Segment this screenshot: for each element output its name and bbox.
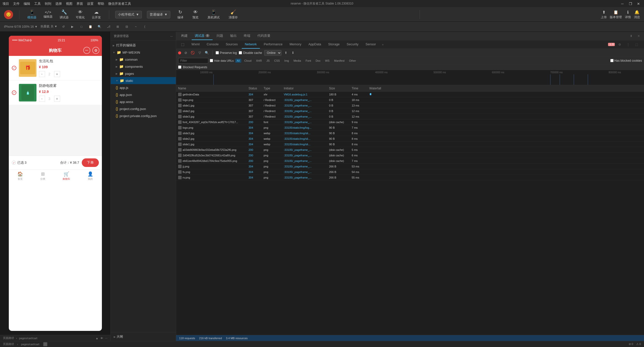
filter-other[interactable]: Other — [348, 59, 358, 63]
preview-button[interactable]: 👁 预览 — [190, 9, 200, 21]
devtools-expand-icon[interactable]: ⬍ — [628, 33, 634, 39]
editor-button[interactable]: </> 编辑器 — [42, 9, 55, 20]
tab-appdata[interactable]: AppData — [305, 40, 324, 49]
qty-minus-1[interactable]: - — [39, 71, 45, 77]
net-row-2[interactable]: slide1.jpg 307 / Redirect :33105/_pagefr… — [176, 103, 644, 108]
simulator-button[interactable]: 📱 模拟器 — [25, 8, 38, 21]
col-status[interactable]: Status — [249, 87, 264, 90]
devtools-close-icon[interactable]: ✕ — [635, 33, 642, 39]
hide-data-urls-label[interactable]: Hide data URLs — [210, 59, 234, 62]
menu-settings[interactable]: 设置 — [87, 2, 94, 6]
open-editor-section[interactable]: ▶ 打开的编辑器 — [111, 42, 176, 49]
throttle-select[interactable]: Online — [264, 50, 281, 56]
tab-sensor[interactable]: Sensor — [363, 40, 379, 49]
collapse-icon[interactable]: ⟨ — [142, 24, 148, 30]
path-copy-icon[interactable]: □ — [43, 342, 47, 346]
disable-cache-checkbox[interactable] — [239, 51, 242, 54]
nav-more-icon[interactable]: ··· — [83, 47, 90, 54]
net-row-14[interactable]: fs.png 304 png :33105/_pageframe_... 266… — [176, 169, 644, 175]
blocked-cookies-label[interactable]: Has blocked cookies — [610, 59, 642, 62]
mp-weixin-root[interactable]: ▼ 📁 MP-WEIXIN — [111, 49, 176, 56]
filter-js[interactable]: JS — [265, 59, 271, 63]
net-row-10[interactable]: a03dd909803b9ac032eba58b7253a2f6.png 200… — [176, 147, 644, 153]
tab-category[interactable]: ⊞ 分类 — [40, 171, 45, 181]
qty-minus-2[interactable]: - — [39, 96, 45, 102]
col-type[interactable]: Type — [264, 87, 284, 90]
hide-data-urls-checkbox[interactable] — [210, 59, 213, 62]
copy-icon[interactable]: 📋 — [88, 24, 94, 30]
route-eye-icon[interactable]: 👁 — [100, 337, 103, 340]
menu-project[interactable]: 项目 — [3, 2, 9, 6]
tab-memory[interactable]: Memory — [287, 40, 304, 49]
branch-icon[interactable]: ⎇ — [106, 24, 112, 30]
blocked-requests-checkbox[interactable] — [178, 65, 181, 69]
tab-home[interactable]: 🏠 首页 — [17, 171, 23, 181]
qty-plus-1[interactable]: + — [54, 71, 60, 77]
debugger-button[interactable]: 🔧 调试器 — [58, 8, 71, 21]
menu-edit[interactable]: 编辑 — [24, 2, 30, 6]
net-row-15[interactable]: rv.png 304 png :33105/_pageframe_... 266… — [176, 175, 644, 180]
record-button[interactable] — [178, 51, 181, 54]
tab-wxml[interactable]: Wxml — [188, 40, 203, 49]
stop-icon[interactable]: □ — [78, 24, 85, 30]
net-row-12[interactable]: eb61ee48e8942dbd1784c9ee75ebe955.png 200… — [176, 158, 644, 164]
file-projectprivate[interactable]: {} project.private.config.json — [111, 112, 176, 119]
cloud-button[interactable]: ☁ 云开发 — [90, 8, 103, 21]
menu-view[interactable]: 视图 — [66, 2, 72, 6]
stop-record-icon[interactable]: ⊘ — [183, 50, 188, 55]
net-row-1[interactable]: logo.png 307 / Redirect :33105/_pagefram… — [176, 97, 644, 103]
upload-button[interactable]: ⬆ 上传 — [601, 10, 607, 19]
device-debug-button[interactable]: 📱 真机调试 — [206, 8, 222, 21]
maximize-button[interactable]: ❐ — [627, 1, 633, 7]
net-row-8[interactable]: slide2.jpg 304 webp :33105/static/img/sl… — [176, 136, 644, 142]
menu-interface[interactable]: 界面 — [76, 2, 83, 6]
col-size[interactable]: Size — [329, 87, 352, 90]
folder-static[interactable]: ▼ 📁 static — [111, 77, 176, 84]
filter-all[interactable]: All — [235, 59, 241, 63]
net-row-5[interactable]: font_4343287_eqt3o70h0zk.woff2?t=17017..… — [176, 119, 644, 125]
col-name[interactable]: Name — [178, 87, 249, 90]
upload-speed-icon[interactable]: ⬆ — [284, 50, 289, 55]
net-row-7[interactable]: slide3.jpg 304 webp :33105/static/img/sl… — [176, 130, 644, 136]
select-all-icon[interactable]: ✓ — [12, 161, 16, 165]
file-projectconfig[interactable]: {} project.config.json — [111, 105, 176, 112]
details-button[interactable]: ℹ 详情 — [625, 10, 631, 19]
search-icon[interactable]: 🔍 — [97, 24, 103, 30]
filter-font[interactable]: Font — [304, 59, 313, 63]
route-up-icon[interactable]: ▲ — [96, 337, 98, 340]
menu-help[interactable]: 帮助 — [98, 2, 104, 6]
filter-icon[interactable]: ▽ — [197, 50, 202, 55]
compile-button[interactable]: ↻ 编译 — [175, 8, 185, 21]
version-button[interactable]: 📋 版本管理 — [610, 10, 622, 19]
menu-select[interactable]: 选择 — [55, 2, 62, 6]
filter-cloud[interactable]: Cloud — [243, 59, 253, 63]
net-row-6[interactable]: logo.png 304 png :33105/static/img/log..… — [176, 125, 644, 130]
devtools-more-icon[interactable]: ⋮ — [625, 42, 632, 47]
tab-cart[interactable]: 🛒 购物车 — [63, 171, 70, 181]
net-row-13[interactable]: jj.png 304 png :33105/_pageframe_... 266… — [176, 164, 644, 169]
mode-dropdown[interactable]: 小程序模式 ▼ — [115, 11, 142, 18]
visualize-button[interactable]: 👁 可视化 — [74, 9, 87, 21]
filter-doc[interactable]: Doc — [314, 59, 322, 63]
file-panel-more-icon[interactable]: ··· — [170, 34, 173, 38]
tab-storage[interactable]: Storage — [325, 40, 343, 49]
minimize-button[interactable]: ─ — [619, 1, 625, 7]
file-appjs[interactable]: {} app.js — [111, 84, 176, 91]
message-button[interactable]: 🔔 消息 — [634, 10, 640, 19]
filter-img[interactable]: Img — [283, 59, 290, 63]
tab-output[interactable]: 输出 — [227, 32, 240, 40]
menu-goto[interactable]: 转到 — [45, 2, 51, 6]
tab-codequality[interactable]: 代码质量 — [254, 32, 273, 40]
clear-cache-button[interactable]: 🧹 清缓存 — [227, 8, 240, 21]
tab-console[interactable]: Console — [204, 40, 222, 49]
nav-target-icon[interactable]: ⊙ — [92, 47, 99, 54]
menu-wechat-devtools[interactable]: 微信开发者工具 — [108, 2, 131, 6]
devtools-dock-icon[interactable]: ⬚ — [633, 42, 640, 47]
cart-checkbox-1[interactable]: ✓ — [12, 66, 16, 70]
order-button[interactable]: 下单 — [82, 158, 99, 167]
tab-network[interactable]: Network — [242, 40, 260, 49]
tab-profile[interactable]: 👤 我的 — [88, 171, 93, 181]
tilde-icon[interactable]: ~ — [133, 24, 139, 30]
tab-performance[interactable]: Performance — [261, 40, 286, 49]
net-row-4[interactable]: slide3.jpg 307 / Redirect :33105/_pagefr… — [176, 114, 644, 119]
